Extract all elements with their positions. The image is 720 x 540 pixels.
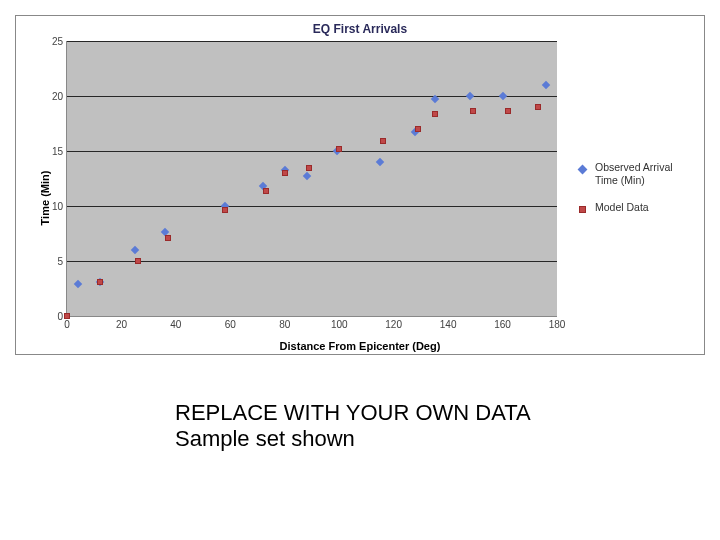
y-tick-label: 10: [33, 201, 67, 212]
y-tick-label: 20: [33, 91, 67, 102]
data-point: [263, 188, 269, 194]
data-point: [304, 173, 310, 179]
y-tick-label: 25: [33, 36, 67, 47]
square-icon: [579, 203, 587, 211]
data-point: [282, 170, 288, 176]
legend-label: Observed Arrival Time (Min): [595, 161, 694, 187]
data-point: [132, 247, 138, 253]
data-point: [535, 104, 541, 110]
legend: Observed Arrival Time (Min) Model Data: [579, 161, 694, 228]
gridline: [67, 41, 557, 42]
data-point: [377, 159, 383, 165]
data-point: [432, 96, 438, 102]
chart-body: Time (Min) Distance From Epicenter (Deg)…: [16, 41, 704, 354]
data-point: [505, 108, 511, 114]
plot-area: 0510152025020406080100120140160180: [66, 41, 557, 317]
chart-container: EQ First Arrivals Time (Min) Distance Fr…: [15, 15, 705, 355]
gridline: [67, 96, 557, 97]
y-tick-label: 0: [33, 311, 67, 322]
diamond-icon: [579, 163, 587, 171]
data-point: [306, 165, 312, 171]
x-tick-label: 20: [116, 316, 127, 330]
data-point: [467, 93, 473, 99]
caption: REPLACE WITH YOUR OWN DATA Sample set sh…: [175, 400, 625, 453]
gridline: [67, 206, 557, 207]
x-tick-label: 100: [331, 316, 348, 330]
data-point: [64, 313, 70, 319]
chart-title: EQ First Arrivals: [16, 16, 704, 40]
data-point: [97, 279, 103, 285]
data-point: [336, 146, 342, 152]
data-point: [415, 126, 421, 132]
x-tick-label: 140: [440, 316, 457, 330]
data-point: [543, 82, 549, 88]
plot-wrap: 0510152025020406080100120140160180: [66, 41, 556, 316]
x-tick-label: 120: [385, 316, 402, 330]
data-point: [165, 235, 171, 241]
legend-item-model: Model Data: [579, 201, 694, 214]
data-point: [75, 281, 81, 287]
caption-line2: Sample set shown: [175, 426, 625, 452]
x-axis-label: Distance From Epicenter (Deg): [280, 340, 441, 352]
data-point: [500, 93, 506, 99]
y-axis-label: Time (Min): [39, 170, 51, 225]
caption-line1: REPLACE WITH YOUR OWN DATA: [175, 400, 625, 426]
data-point: [222, 207, 228, 213]
legend-item-observed: Observed Arrival Time (Min): [579, 161, 694, 187]
x-tick-label: 80: [279, 316, 290, 330]
x-tick-label: 40: [170, 316, 181, 330]
x-tick-label: 160: [494, 316, 511, 330]
gridline: [67, 151, 557, 152]
x-tick-label: 180: [549, 316, 566, 330]
data-point: [380, 138, 386, 144]
legend-label: Model Data: [595, 201, 649, 214]
y-tick-label: 15: [33, 146, 67, 157]
y-tick-label: 5: [33, 256, 67, 267]
x-tick-label: 60: [225, 316, 236, 330]
data-point: [135, 258, 141, 264]
data-point: [432, 111, 438, 117]
data-point: [470, 108, 476, 114]
